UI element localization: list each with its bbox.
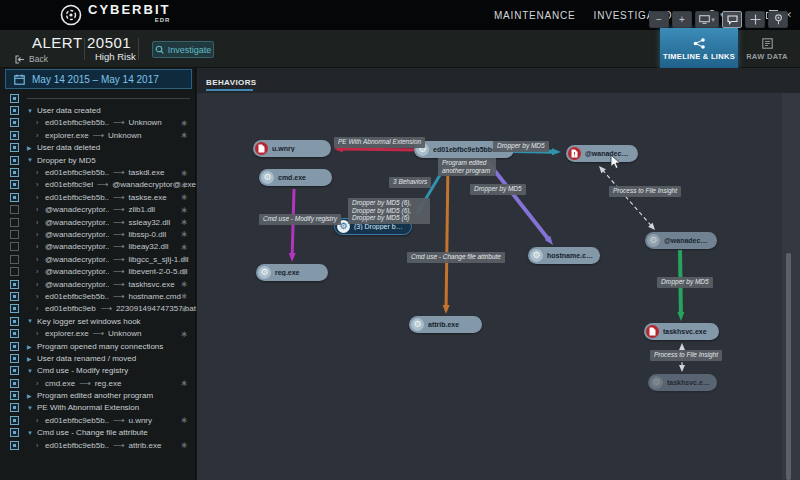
tree-select-all-row[interactable] — [0, 92, 196, 104]
tab-raw-data[interactable]: RAW DATA — [738, 28, 796, 70]
tree-checkbox[interactable] — [10, 118, 19, 127]
tree-leaf-row[interactable]: ›@wanadecryptor...⟶libssp-0.dll∗ — [0, 228, 196, 240]
tree-checkbox[interactable] — [10, 391, 19, 400]
chevron-right-icon[interactable]: › — [36, 206, 45, 213]
show-in-graph-icon[interactable]: ∗ — [180, 378, 188, 388]
expand-icon[interactable]: ▶ — [27, 392, 37, 399]
tree-checkbox[interactable] — [10, 168, 19, 177]
edge-label-dropper-green-label[interactable]: Dropper by MD5 — [657, 277, 713, 288]
tree-group-row[interactable]: ▼Cmd use - Modify registry — [0, 365, 196, 377]
graph-node-taskhsvc-1[interactable]: taskhsvc.exe — [644, 323, 719, 340]
tree-checkbox[interactable] — [10, 441, 19, 450]
chevron-right-icon[interactable]: › — [36, 442, 45, 449]
collapse-icon[interactable]: ▼ — [27, 405, 37, 411]
edge-label-dropper-right-label[interactable]: Dropper by MD5 — [493, 141, 549, 152]
tree-leaf-row[interactable]: ›ed01ebfbc9eb5b...⟶223091494747357.bat∗ — [0, 303, 196, 315]
edge-label-cmd-change-label[interactable]: Cmd use - Change file attribute — [407, 252, 505, 263]
timeline-graph-canvas[interactable]: PE With Abnormal ExtensionDropper by MD5… — [197, 93, 800, 480]
tree-group-row[interactable]: ▶User data renamed / moved — [0, 352, 196, 364]
tree-group-row[interactable]: ▼PE With Abnormal Extension — [0, 402, 196, 414]
tree-checkbox[interactable] — [10, 131, 19, 140]
graph-node-cmd-exe[interactable]: ⚙cmd.exe — [259, 169, 332, 186]
chevron-right-icon[interactable]: › — [36, 194, 45, 201]
date-range-picker[interactable]: May 14 2015 – May 14 2017 — [5, 69, 192, 89]
chevron-right-icon[interactable]: › — [36, 330, 45, 337]
tree-checkbox[interactable] — [10, 317, 19, 326]
edge-label-prog-edited-label[interactable]: Program edited another program — [438, 158, 496, 176]
tree-checkbox[interactable] — [10, 106, 19, 115]
edge-label-insight-2-label[interactable]: Process to File Insight — [650, 350, 722, 361]
chevron-right-icon[interactable]: › — [36, 256, 45, 263]
chevron-right-icon[interactable]: › — [36, 281, 45, 288]
edge-label-three-behaviors-label[interactable]: 3 Behaviors — [389, 177, 431, 188]
graph-node-attrib-exe[interactable]: ⚙attrib.exe — [409, 316, 482, 333]
graph-node-u-wnry[interactable]: u.wnry — [253, 140, 331, 157]
tree-checkbox[interactable] — [10, 94, 19, 103]
tree-leaf-row[interactable]: ›ed01ebfbc9eb5b...⟶taskdl.exe∗ — [0, 166, 196, 178]
tree-leaf-row[interactable]: ›@wanadecryptor...⟶libeay32.dll∗ — [0, 241, 196, 253]
pin-button[interactable] — [768, 11, 788, 28]
graph-node-wanadecryptor-2[interactable]: ⚙@wanadecryptor@.exe — [645, 232, 717, 249]
show-in-graph-icon[interactable]: ∗ — [180, 415, 188, 425]
chevron-right-icon[interactable]: › — [36, 132, 45, 139]
graph-edge-cmd-change-attrib[interactable] — [446, 161, 448, 307]
zoom-out-button[interactable]: − — [649, 11, 669, 28]
edge-label-cmd-modify-label[interactable]: Cmd use - Modify registry — [259, 214, 341, 225]
collapse-icon[interactable]: ▼ — [27, 318, 37, 324]
tree-leaf-row[interactable]: ›ed01ebfbc9eb5b...⟶Unknown∗ — [0, 117, 196, 129]
tree-group-row[interactable]: ▶User data deleted — [0, 142, 196, 154]
tree-leaf-row[interactable]: ›ed01ebfbc9eb5b...⟶taskse.exe∗ — [0, 191, 196, 203]
graph-scrollbar-thumb[interactable] — [786, 253, 791, 480]
edge-label-dropper-purple-label[interactable]: Dropper by MD5 — [470, 184, 526, 195]
chevron-right-icon[interactable]: › — [36, 231, 45, 238]
tree-checkbox[interactable] — [10, 329, 19, 338]
tree-checkbox[interactable] — [10, 366, 19, 375]
tree-checkbox[interactable] — [10, 292, 19, 301]
show-in-graph-icon[interactable]: ∗ — [180, 304, 188, 314]
tree-checkbox[interactable] — [10, 218, 19, 227]
chevron-right-icon[interactable]: › — [36, 417, 45, 424]
tree-leaf-row[interactable]: ›@wanadecryptor...⟶libgcc_s_sjlj-1.dll∗ — [0, 253, 196, 265]
tree-leaf-row[interactable]: ›@wanadecryptor...⟶ssleay32.dll∗ — [0, 216, 196, 228]
tree-checkbox[interactable] — [10, 180, 19, 189]
show-in-graph-icon[interactable]: ∗ — [180, 440, 188, 450]
chevron-right-icon[interactable]: › — [36, 305, 45, 312]
graph-node-wanadecryptor-1[interactable]: @wanadecryptor@.exe — [566, 145, 638, 162]
chevron-right-icon[interactable]: › — [36, 293, 45, 300]
menu-maintenance[interactable]: MAINTENANCE — [494, 10, 576, 21]
tree-checkbox[interactable] — [10, 428, 19, 437]
tree-checkbox[interactable] — [10, 267, 19, 276]
show-in-graph-icon[interactable]: ∗ — [180, 217, 188, 227]
investigate-button[interactable]: Investigate — [152, 41, 214, 58]
tree-checkbox[interactable] — [10, 255, 19, 264]
tree-checkbox[interactable] — [10, 416, 19, 425]
tree-checkbox[interactable] — [10, 193, 19, 202]
tree-leaf-row[interactable]: ›@wanadecryptor...⟶taskhsvc.exe∗ — [0, 278, 196, 290]
graph-edge-pe-abnormal[interactable] — [341, 149, 418, 150]
graph-edge-insight-1[interactable] — [602, 170, 651, 226]
show-in-graph-icon[interactable]: ∗ — [180, 205, 188, 215]
tree-leaf-row[interactable]: ›@wanadecryptor...⟶zlib1.dll∗ — [0, 204, 196, 216]
show-in-graph-icon[interactable]: ∗ — [180, 180, 188, 190]
show-in-graph-icon[interactable]: ∗ — [180, 267, 188, 277]
back-button[interactable]: Back — [15, 54, 48, 64]
tree-leaf-row[interactable]: ›ed01ebfbc9eb5b...⟶hostname.cmd∗ — [0, 290, 196, 302]
tree-group-row[interactable]: ▼Key logger set windows hook — [0, 315, 196, 327]
chevron-right-icon[interactable]: › — [36, 243, 45, 250]
tree-leaf-row[interactable]: ›cmd.exe⟶reg.exe∗ — [0, 377, 196, 389]
chevron-right-icon[interactable]: › — [36, 119, 45, 126]
graph-node-reg-exe[interactable]: ⚙reg.exe — [256, 264, 328, 281]
tree-group-row[interactable]: ▶Program edited another program — [0, 389, 196, 401]
show-in-graph-icon[interactable]: ∗ — [180, 329, 188, 339]
tree-checkbox[interactable] — [10, 379, 19, 388]
chevron-right-icon[interactable]: › — [36, 169, 45, 176]
tree-checkbox[interactable] — [10, 230, 19, 239]
chevron-right-icon[interactable]: › — [36, 380, 45, 387]
tree-leaf-row[interactable]: ›explorer.exe⟶Unknown∗ — [0, 129, 196, 141]
tree-leaf-row[interactable]: ›ed01ebfbc9eb5b...⟶@wanadecryptor@.exe∗ — [0, 179, 196, 191]
tree-checkbox[interactable] — [10, 354, 19, 363]
show-in-graph-icon[interactable]: ∗ — [180, 168, 188, 178]
collapse-icon[interactable]: ▼ — [27, 157, 37, 163]
tree-checkbox[interactable] — [10, 143, 19, 152]
show-in-graph-icon[interactable]: ∗ — [180, 291, 188, 301]
